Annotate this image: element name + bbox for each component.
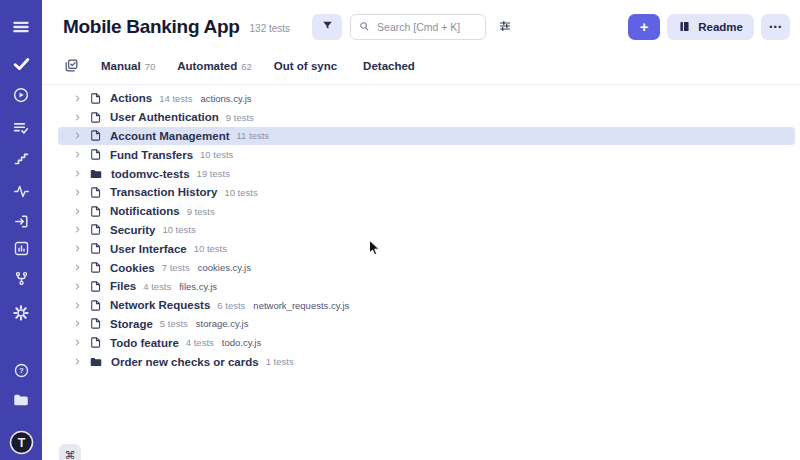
sidebar-item-menu[interactable] xyxy=(7,13,35,41)
folder-icon xyxy=(89,355,103,369)
file-icon xyxy=(89,336,102,349)
test-count: 10 tests xyxy=(194,243,227,254)
search-box[interactable] xyxy=(350,14,486,40)
page-title: Mobile Banking App xyxy=(63,16,240,38)
file-icon xyxy=(89,299,102,312)
test-count: 7 tests xyxy=(162,262,190,273)
test-file-row[interactable]: Files 4 tests files.cy.js xyxy=(58,277,795,296)
readme-button[interactable]: Readme xyxy=(667,14,754,40)
sidebar-item-bar-chart[interactable] xyxy=(7,234,35,262)
tab-label: Manual xyxy=(101,60,141,72)
chevron-right-icon[interactable] xyxy=(73,225,82,234)
test-file-row[interactable]: User Authentication 9 tests xyxy=(58,108,795,127)
help-icon: ? xyxy=(13,362,30,379)
test-file-row[interactable]: Todo feature 4 tests todo.cy.js xyxy=(58,333,795,352)
test-count: 11 tests xyxy=(237,130,270,141)
tab-manual[interactable]: Manual 70 xyxy=(101,60,155,72)
tab-automated[interactable]: Automated 62 xyxy=(177,60,252,72)
header-actions: + Readme ⋯ xyxy=(628,14,790,40)
select-all-checkbox-icon[interactable] xyxy=(64,58,79,73)
file-icon xyxy=(89,280,102,293)
test-file-row[interactable]: Account Management 11 tests xyxy=(58,127,795,146)
filter-button[interactable] xyxy=(312,14,342,40)
test-count: 14 tests xyxy=(159,93,192,104)
sidebar-item-help[interactable]: ? xyxy=(7,356,35,384)
test-count: 10 tests xyxy=(162,224,195,235)
sidebar-item-play-circle[interactable] xyxy=(7,81,35,109)
command-shortcut-button[interactable]: ⌘ xyxy=(59,444,81,460)
test-file-row[interactable]: User Interface 10 tests xyxy=(58,239,795,258)
sidebar-item-pulse[interactable] xyxy=(7,177,35,205)
sign-in-icon xyxy=(13,213,30,230)
test-group-name: Account Management xyxy=(110,130,230,142)
tab-out-of-sync[interactable]: Out of sync xyxy=(274,60,341,72)
file-icon xyxy=(89,242,102,255)
add-button[interactable]: + xyxy=(628,14,660,40)
file-icon xyxy=(89,111,102,124)
filter-settings-button[interactable] xyxy=(496,17,514,38)
chevron-right-icon[interactable] xyxy=(73,244,82,253)
test-file-row[interactable]: Actions 14 tests actions.cy.js xyxy=(58,89,795,108)
test-file-row[interactable]: Order new checks or cards 1 tests xyxy=(58,352,795,371)
sidebar-item-list-check[interactable] xyxy=(7,114,35,142)
chevron-right-icon[interactable] xyxy=(73,150,82,159)
chevron-right-icon[interactable] xyxy=(73,94,82,103)
test-group-name: Storage xyxy=(110,318,153,330)
svg-text:T: T xyxy=(17,435,25,449)
tab-count: 70 xyxy=(145,61,156,72)
tabs-bar: Manual 70 Automated 62 Out of sync Detac… xyxy=(42,58,800,85)
sidebar-item-git-branch[interactable] xyxy=(7,264,35,292)
chevron-right-icon[interactable] xyxy=(73,301,82,310)
chevron-right-icon[interactable] xyxy=(73,282,82,291)
chevron-right-icon[interactable] xyxy=(73,169,82,178)
test-count: 10 tests xyxy=(224,187,257,198)
chevron-right-icon[interactable] xyxy=(73,263,82,272)
git-branch-icon xyxy=(13,270,30,287)
test-file-row[interactable]: Notifications 9 tests xyxy=(58,202,795,221)
test-group-name: Files xyxy=(110,280,136,292)
chevron-right-icon[interactable] xyxy=(73,357,82,366)
test-file-row[interactable]: Network Requests 6 tests network_request… xyxy=(58,296,795,315)
test-file-row[interactable]: Fund Transfers 10 tests xyxy=(58,145,795,164)
logo-t-icon: T xyxy=(9,430,34,455)
chevron-right-icon[interactable] xyxy=(73,113,82,122)
test-file-row[interactable]: Transaction History 10 tests xyxy=(58,183,795,202)
folder-icon xyxy=(12,391,30,409)
sidebar-item-folder[interactable] xyxy=(7,386,35,414)
tab-count: 62 xyxy=(241,61,252,72)
tab-detached[interactable]: Detached xyxy=(363,60,419,72)
file-path: storage.cy.js xyxy=(196,318,249,329)
file-icon xyxy=(89,186,102,199)
test-count: 1 tests xyxy=(266,356,294,367)
sidebar-item-steps[interactable] xyxy=(7,144,35,172)
search-input[interactable] xyxy=(375,20,478,34)
search-icon xyxy=(358,18,370,36)
test-group-name: Fund Transfers xyxy=(110,149,193,161)
more-options-button[interactable]: ⋯ xyxy=(761,14,790,40)
test-file-row[interactable]: todomvc-tests 19 tests xyxy=(58,164,795,183)
test-file-row[interactable]: Security 10 tests xyxy=(58,221,795,240)
sidebar-item-check[interactable] xyxy=(7,49,35,77)
chevron-right-icon[interactable] xyxy=(73,188,82,197)
sidebar-item-logo-t[interactable]: T xyxy=(7,428,35,456)
chevron-right-icon[interactable] xyxy=(73,338,82,347)
sidebar-item-gear[interactable] xyxy=(7,299,35,327)
file-icon xyxy=(89,261,102,274)
test-file-list: Actions 14 tests actions.cy.js User Auth… xyxy=(58,89,795,371)
file-icon xyxy=(89,129,102,142)
file-icon xyxy=(89,223,102,236)
tests-count-label: 132 tests xyxy=(250,23,291,34)
test-group-name: Network Requests xyxy=(110,299,210,311)
test-file-row[interactable]: Cookies 7 tests cookies.cy.js xyxy=(58,258,795,277)
file-path: network_requests.cy.js xyxy=(253,300,349,311)
test-file-row[interactable]: Storage 5 tests storage.cy.js xyxy=(58,315,795,334)
chevron-right-icon[interactable] xyxy=(73,319,82,328)
menu-icon xyxy=(11,17,31,37)
chevron-right-icon[interactable] xyxy=(73,207,82,216)
test-group-name: Security xyxy=(110,224,155,236)
test-count: 9 tests xyxy=(187,206,215,217)
test-group-name: Notifications xyxy=(110,205,180,217)
test-count: 6 tests xyxy=(217,300,245,311)
chevron-right-icon[interactable] xyxy=(73,131,82,140)
sidebar-item-sign-in[interactable] xyxy=(7,207,35,235)
